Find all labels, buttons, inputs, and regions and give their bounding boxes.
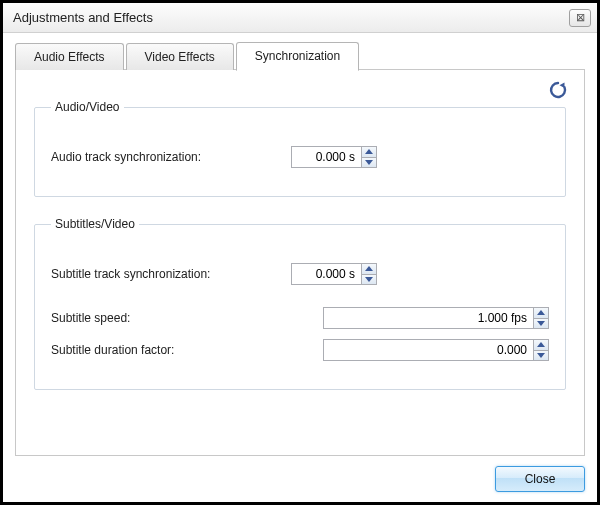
group-subtitles-video-legend: Subtitles/Video [51, 217, 139, 231]
titlebar: Adjustments and Effects ⊠ [3, 3, 597, 33]
input-subtitle-track-sync[interactable] [291, 263, 361, 285]
label-subtitle-track-sync: Subtitle track synchronization: [51, 267, 291, 281]
tab-audio-effects[interactable]: Audio Effects [15, 43, 124, 70]
tab-video-effects[interactable]: Video Effects [126, 43, 234, 70]
input-subtitle-duration[interactable] [323, 339, 533, 361]
spin-down-audio-track-sync[interactable] [362, 157, 376, 168]
field-subtitle-duration [291, 339, 549, 361]
svg-marker-6 [537, 321, 545, 326]
field-subtitle-track-sync [291, 263, 549, 285]
client-area: Audio Effects Video Effects Synchronizat… [3, 33, 597, 502]
spin-down-subtitle-speed[interactable] [534, 318, 548, 329]
spinbox-subtitle-track-sync [291, 263, 377, 285]
row-subtitle-duration: Subtitle duration factor: [51, 337, 549, 363]
row-subtitle-speed: Subtitle speed: [51, 305, 549, 331]
spin-up-audio-track-sync[interactable] [362, 147, 376, 157]
dialog-button-row: Close [15, 456, 585, 492]
spin-up-subtitle-track-sync[interactable] [362, 264, 376, 274]
spinner-subtitle-track-sync [361, 263, 377, 285]
window-title: Adjustments and Effects [13, 10, 569, 25]
input-audio-track-sync[interactable] [291, 146, 361, 168]
group-subtitles-video: Subtitles/Video Subtitle track synchroni… [34, 217, 566, 390]
svg-marker-2 [365, 160, 373, 165]
label-audio-track-sync: Audio track synchronization: [51, 150, 291, 164]
row-audio-track-sync: Audio track synchronization: [51, 144, 549, 170]
row-subtitle-track-sync: Subtitle track synchronization: [51, 261, 549, 287]
spinbox-subtitle-speed [323, 307, 549, 329]
spinner-subtitle-duration [533, 339, 549, 361]
svg-marker-7 [537, 342, 545, 347]
close-button[interactable]: Close [495, 466, 585, 492]
spinner-audio-track-sync [361, 146, 377, 168]
spinner-subtitle-speed [533, 307, 549, 329]
svg-marker-8 [537, 353, 545, 358]
spinbox-subtitle-duration [323, 339, 549, 361]
spin-up-subtitle-speed[interactable] [534, 308, 548, 318]
close-icon: ⊠ [576, 11, 585, 24]
group-audio-video: Audio/Video Audio track synchronization: [34, 100, 566, 197]
svg-marker-0 [560, 83, 565, 89]
group-audio-video-legend: Audio/Video [51, 100, 124, 114]
spin-down-subtitle-track-sync[interactable] [362, 274, 376, 285]
window-close-button[interactable]: ⊠ [569, 9, 591, 27]
svg-marker-3 [365, 266, 373, 271]
svg-marker-4 [365, 277, 373, 282]
field-subtitle-speed [291, 307, 549, 329]
spin-up-subtitle-duration[interactable] [534, 340, 548, 350]
input-subtitle-speed[interactable] [323, 307, 533, 329]
tabstrip: Audio Effects Video Effects Synchronizat… [15, 41, 585, 70]
field-audio-track-sync [291, 146, 549, 168]
svg-marker-5 [537, 310, 545, 315]
label-subtitle-duration: Subtitle duration factor: [51, 343, 291, 357]
label-subtitle-speed: Subtitle speed: [51, 311, 291, 325]
tabpage-synchronization: Audio/Video Audio track synchronization: [15, 69, 585, 456]
tab-synchronization[interactable]: Synchronization [236, 42, 359, 71]
refresh-icon[interactable] [548, 80, 568, 100]
spin-down-subtitle-duration[interactable] [534, 350, 548, 361]
window-adjustments-effects: Adjustments and Effects ⊠ Audio Effects … [0, 0, 600, 505]
spinbox-audio-track-sync [291, 146, 377, 168]
svg-marker-1 [365, 149, 373, 154]
